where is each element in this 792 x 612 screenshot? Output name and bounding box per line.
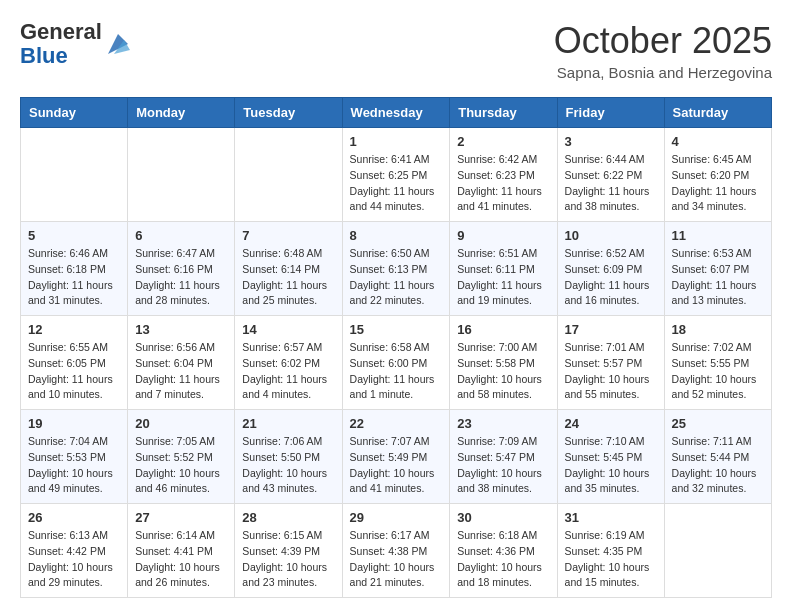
day-info: Sunrise: 6:56 AMSunset: 6:04 PMDaylight:…	[135, 340, 227, 403]
calendar-cell: 7Sunrise: 6:48 AMSunset: 6:14 PMDaylight…	[235, 222, 342, 316]
day-info: Sunrise: 6:52 AMSunset: 6:09 PMDaylight:…	[565, 246, 657, 309]
day-number: 28	[242, 510, 334, 525]
day-info: Sunrise: 6:58 AMSunset: 6:00 PMDaylight:…	[350, 340, 443, 403]
calendar-table: SundayMondayTuesdayWednesdayThursdayFrid…	[20, 97, 772, 598]
day-info: Sunrise: 6:50 AMSunset: 6:13 PMDaylight:…	[350, 246, 443, 309]
day-number: 1	[350, 134, 443, 149]
calendar-cell	[21, 128, 128, 222]
day-info: Sunrise: 6:15 AMSunset: 4:39 PMDaylight:…	[242, 528, 334, 591]
calendar-cell: 4Sunrise: 6:45 AMSunset: 6:20 PMDaylight…	[664, 128, 771, 222]
calendar-cell: 6Sunrise: 6:47 AMSunset: 6:16 PMDaylight…	[128, 222, 235, 316]
day-info: Sunrise: 6:57 AMSunset: 6:02 PMDaylight:…	[242, 340, 334, 403]
day-info: Sunrise: 7:00 AMSunset: 5:58 PMDaylight:…	[457, 340, 549, 403]
calendar-cell: 14Sunrise: 6:57 AMSunset: 6:02 PMDayligh…	[235, 316, 342, 410]
day-info: Sunrise: 6:46 AMSunset: 6:18 PMDaylight:…	[28, 246, 120, 309]
day-number: 22	[350, 416, 443, 431]
day-number: 25	[672, 416, 764, 431]
calendar-cell: 30Sunrise: 6:18 AMSunset: 4:36 PMDayligh…	[450, 504, 557, 598]
calendar-cell: 31Sunrise: 6:19 AMSunset: 4:35 PMDayligh…	[557, 504, 664, 598]
day-info: Sunrise: 6:45 AMSunset: 6:20 PMDaylight:…	[672, 152, 764, 215]
day-number: 6	[135, 228, 227, 243]
calendar-cell: 2Sunrise: 6:42 AMSunset: 6:23 PMDaylight…	[450, 128, 557, 222]
calendar-cell: 25Sunrise: 7:11 AMSunset: 5:44 PMDayligh…	[664, 410, 771, 504]
weekday-header-tuesday: Tuesday	[235, 98, 342, 128]
day-number: 30	[457, 510, 549, 525]
calendar-cell: 8Sunrise: 6:50 AMSunset: 6:13 PMDaylight…	[342, 222, 450, 316]
calendar-cell: 18Sunrise: 7:02 AMSunset: 5:55 PMDayligh…	[664, 316, 771, 410]
day-number: 29	[350, 510, 443, 525]
day-info: Sunrise: 7:06 AMSunset: 5:50 PMDaylight:…	[242, 434, 334, 497]
calendar-cell: 28Sunrise: 6:15 AMSunset: 4:39 PMDayligh…	[235, 504, 342, 598]
day-info: Sunrise: 6:14 AMSunset: 4:41 PMDaylight:…	[135, 528, 227, 591]
logo-general-text: General	[20, 19, 102, 44]
calendar-cell: 16Sunrise: 7:00 AMSunset: 5:58 PMDayligh…	[450, 316, 557, 410]
calendar-cell: 21Sunrise: 7:06 AMSunset: 5:50 PMDayligh…	[235, 410, 342, 504]
day-info: Sunrise: 6:42 AMSunset: 6:23 PMDaylight:…	[457, 152, 549, 215]
calendar-cell: 17Sunrise: 7:01 AMSunset: 5:57 PMDayligh…	[557, 316, 664, 410]
day-number: 20	[135, 416, 227, 431]
weekday-header-wednesday: Wednesday	[342, 98, 450, 128]
calendar-week-3: 12Sunrise: 6:55 AMSunset: 6:05 PMDayligh…	[21, 316, 772, 410]
calendar-week-1: 1Sunrise: 6:41 AMSunset: 6:25 PMDaylight…	[21, 128, 772, 222]
calendar-cell	[235, 128, 342, 222]
calendar-cell: 26Sunrise: 6:13 AMSunset: 4:42 PMDayligh…	[21, 504, 128, 598]
logo-icon	[104, 30, 132, 58]
logo-blue-text: Blue	[20, 43, 68, 68]
day-number: 18	[672, 322, 764, 337]
day-info: Sunrise: 6:19 AMSunset: 4:35 PMDaylight:…	[565, 528, 657, 591]
calendar-cell: 29Sunrise: 6:17 AMSunset: 4:38 PMDayligh…	[342, 504, 450, 598]
day-number: 8	[350, 228, 443, 243]
day-info: Sunrise: 6:47 AMSunset: 6:16 PMDaylight:…	[135, 246, 227, 309]
calendar-week-4: 19Sunrise: 7:04 AMSunset: 5:53 PMDayligh…	[21, 410, 772, 504]
calendar-cell: 22Sunrise: 7:07 AMSunset: 5:49 PMDayligh…	[342, 410, 450, 504]
day-number: 27	[135, 510, 227, 525]
weekday-header-friday: Friday	[557, 98, 664, 128]
day-number: 12	[28, 322, 120, 337]
day-number: 5	[28, 228, 120, 243]
calendar-cell	[128, 128, 235, 222]
calendar-cell: 12Sunrise: 6:55 AMSunset: 6:05 PMDayligh…	[21, 316, 128, 410]
day-info: Sunrise: 6:48 AMSunset: 6:14 PMDaylight:…	[242, 246, 334, 309]
calendar-week-5: 26Sunrise: 6:13 AMSunset: 4:42 PMDayligh…	[21, 504, 772, 598]
calendar-cell: 10Sunrise: 6:52 AMSunset: 6:09 PMDayligh…	[557, 222, 664, 316]
calendar-cell: 24Sunrise: 7:10 AMSunset: 5:45 PMDayligh…	[557, 410, 664, 504]
calendar-cell: 23Sunrise: 7:09 AMSunset: 5:47 PMDayligh…	[450, 410, 557, 504]
day-number: 14	[242, 322, 334, 337]
day-number: 13	[135, 322, 227, 337]
calendar-cell: 11Sunrise: 6:53 AMSunset: 6:07 PMDayligh…	[664, 222, 771, 316]
day-info: Sunrise: 7:10 AMSunset: 5:45 PMDaylight:…	[565, 434, 657, 497]
weekday-header-thursday: Thursday	[450, 98, 557, 128]
day-info: Sunrise: 7:07 AMSunset: 5:49 PMDaylight:…	[350, 434, 443, 497]
day-number: 24	[565, 416, 657, 431]
calendar-cell: 13Sunrise: 6:56 AMSunset: 6:04 PMDayligh…	[128, 316, 235, 410]
calendar-cell: 15Sunrise: 6:58 AMSunset: 6:00 PMDayligh…	[342, 316, 450, 410]
day-info: Sunrise: 6:44 AMSunset: 6:22 PMDaylight:…	[565, 152, 657, 215]
title-block: October 2025 Sapna, Bosnia and Herzegovi…	[554, 20, 772, 81]
day-info: Sunrise: 6:18 AMSunset: 4:36 PMDaylight:…	[457, 528, 549, 591]
day-number: 3	[565, 134, 657, 149]
location-subtitle: Sapna, Bosnia and Herzegovina	[554, 64, 772, 81]
day-info: Sunrise: 6:17 AMSunset: 4:38 PMDaylight:…	[350, 528, 443, 591]
day-number: 2	[457, 134, 549, 149]
calendar-cell: 19Sunrise: 7:04 AMSunset: 5:53 PMDayligh…	[21, 410, 128, 504]
day-info: Sunrise: 6:51 AMSunset: 6:11 PMDaylight:…	[457, 246, 549, 309]
calendar-cell: 9Sunrise: 6:51 AMSunset: 6:11 PMDaylight…	[450, 222, 557, 316]
day-info: Sunrise: 7:02 AMSunset: 5:55 PMDaylight:…	[672, 340, 764, 403]
day-info: Sunrise: 6:41 AMSunset: 6:25 PMDaylight:…	[350, 152, 443, 215]
day-number: 9	[457, 228, 549, 243]
calendar-cell: 5Sunrise: 6:46 AMSunset: 6:18 PMDaylight…	[21, 222, 128, 316]
day-number: 21	[242, 416, 334, 431]
calendar-cell: 27Sunrise: 6:14 AMSunset: 4:41 PMDayligh…	[128, 504, 235, 598]
month-title: October 2025	[554, 20, 772, 62]
day-number: 4	[672, 134, 764, 149]
day-info: Sunrise: 7:01 AMSunset: 5:57 PMDaylight:…	[565, 340, 657, 403]
logo: General Blue	[20, 20, 132, 68]
day-number: 17	[565, 322, 657, 337]
day-number: 7	[242, 228, 334, 243]
day-info: Sunrise: 7:09 AMSunset: 5:47 PMDaylight:…	[457, 434, 549, 497]
weekday-header-saturday: Saturday	[664, 98, 771, 128]
calendar-cell: 1Sunrise: 6:41 AMSunset: 6:25 PMDaylight…	[342, 128, 450, 222]
day-number: 31	[565, 510, 657, 525]
calendar-cell: 3Sunrise: 6:44 AMSunset: 6:22 PMDaylight…	[557, 128, 664, 222]
day-info: Sunrise: 6:13 AMSunset: 4:42 PMDaylight:…	[28, 528, 120, 591]
